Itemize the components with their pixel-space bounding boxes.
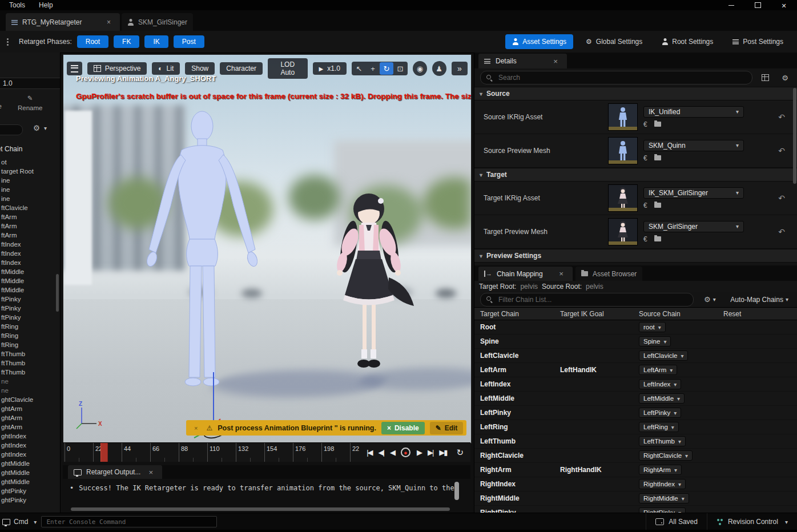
- play-button[interactable]: ▶: [417, 448, 421, 457]
- playback-speed-button[interactable]: ▶ x1.0: [313, 62, 347, 75]
- select-tool-button[interactable]: ↖: [352, 62, 366, 75]
- details-settings-button[interactable]: ⚙: [778, 73, 792, 83]
- console-type-dropdown[interactable]: Cmd: [2, 518, 37, 526]
- viewport[interactable]: Z X Perspective ◐ Lit Show Character LOD…: [63, 54, 472, 444]
- chain-list-item[interactable]: ftArm: [0, 231, 56, 240]
- mannequin-thumbnail[interactable]: [608, 137, 638, 164]
- reset-to-default-button[interactable]: ↶: [775, 193, 788, 203]
- output-vertical-scrollbar[interactable]: [454, 482, 459, 500]
- source-chain-dropdown[interactable]: RightClavicle: [639, 450, 693, 461]
- source-chain-dropdown[interactable]: LeftPinky: [639, 408, 681, 418]
- edit-button[interactable]: ✎ Edit: [430, 422, 464, 434]
- source-chain-dropdown[interactable]: RightIndex: [639, 479, 686, 489]
- chain-search-field[interactable]: [0, 124, 23, 135]
- source-chain-dropdown[interactable]: RightArm: [639, 465, 682, 475]
- step-forward-button[interactable]: ▶|: [428, 448, 433, 457]
- global-settings-button[interactable]: ⚙ Global Settings: [579, 34, 649, 49]
- go-to-start-button[interactable]: |◀: [367, 448, 372, 457]
- chain-list-item[interactable]: ftPinky: [0, 304, 56, 313]
- chain-list-item[interactable]: ghtArm: [0, 422, 56, 432]
- character-dropdown[interactable]: Character: [220, 62, 263, 75]
- target-ikrig-dropdown[interactable]: IK_SKM_GirlSinger: [643, 187, 744, 199]
- chain-list-item[interactable]: ghtArm: [0, 413, 56, 422]
- chain-list-item[interactable]: target Root: [0, 167, 56, 176]
- timeline-tick[interactable]: 132: [236, 443, 264, 462]
- chain-list-item[interactable]: ine: [0, 185, 56, 194]
- menu-help[interactable]: Help: [39, 1, 53, 9]
- chain-filter-input[interactable]: [497, 295, 687, 304]
- details-tab[interactable]: Details ×: [478, 54, 567, 68]
- source-chain-dropdown[interactable]: root: [639, 322, 666, 332]
- chain-list-item[interactable]: ghtClavicle: [0, 395, 56, 404]
- timeline-scrubber[interactable]: [100, 443, 108, 462]
- source-chain-dropdown[interactable]: LeftArm: [639, 365, 677, 375]
- all-saved-button[interactable]: All Saved: [646, 513, 707, 530]
- chain-row[interactable]: RightMiddle RightMiddle: [474, 491, 797, 506]
- chain-row[interactable]: RightArm RightHandIK RightArm: [474, 463, 797, 477]
- chain-mapping-tab[interactable]: → Chain Mapping ×: [478, 267, 573, 281]
- expand-toolbar-button[interactable]: »: [452, 62, 468, 75]
- chain-filter-box[interactable]: [480, 293, 694, 307]
- chain-value-field[interactable]: 1.0: [0, 78, 61, 89]
- chain-list-item[interactable]: ftRing: [0, 340, 56, 349]
- timeline-tick[interactable]: 0: [65, 443, 93, 462]
- source-preview-mesh-dropdown[interactable]: SKM_Quinn: [643, 140, 744, 151]
- perspective-dropdown[interactable]: Perspective: [87, 62, 147, 75]
- loop-button[interactable]: ↻: [453, 447, 467, 458]
- lit-mode-dropdown[interactable]: ◐ Lit: [152, 62, 180, 75]
- reset-to-default-button[interactable]: ↶: [775, 112, 788, 122]
- output-tab-close-button[interactable]: ×: [145, 467, 156, 477]
- browse-to-asset-button[interactable]: [654, 236, 661, 241]
- use-selected-asset-button[interactable]: €: [643, 201, 647, 209]
- phase-button[interactable]: IK: [144, 35, 168, 48]
- chain-list-item[interactable]: ftArm: [0, 221, 56, 231]
- chain-list-item[interactable]: ftRing: [0, 331, 56, 340]
- menu-tools[interactable]: Tools: [9, 1, 25, 9]
- browse-to-asset-button[interactable]: [654, 155, 661, 160]
- chain-row[interactable]: LeftIndex LeftIndex: [474, 377, 797, 392]
- chain-list-item[interactable]: ftMiddle: [0, 276, 56, 285]
- source-chain-dropdown[interactable]: LeftRing: [639, 422, 679, 432]
- go-to-end-button[interactable]: ▶▮: [439, 448, 446, 457]
- source-chain-dropdown[interactable]: LeftMiddle: [639, 393, 685, 404]
- chain-list-item[interactable]: ghtArm: [0, 404, 56, 413]
- reset-to-default-button[interactable]: ↶: [775, 227, 788, 237]
- scale-tool-button[interactable]: ⊡: [393, 62, 407, 75]
- details-view-options-button[interactable]: [758, 74, 772, 82]
- chain-list-item[interactable]: ftThumb: [0, 349, 56, 358]
- play-reverse-button[interactable]: ◀: [390, 448, 395, 457]
- details-search-box[interactable]: [480, 71, 752, 84]
- browse-to-asset-button[interactable]: [654, 203, 661, 208]
- chain-list-item[interactable]: ftMiddle: [0, 285, 56, 295]
- timeline[interactable]: 022446688110132154176198220 |◀ ◀| ◀ ● ▶ …: [63, 442, 470, 462]
- chain-list-item[interactable]: ghtPinky: [0, 486, 56, 495]
- source-chain-dropdown[interactable]: LeftIndex: [639, 379, 681, 389]
- source-chain-dropdown[interactable]: RightMiddle: [639, 493, 689, 503]
- step-back-button[interactable]: ◀|: [379, 448, 384, 457]
- chain-list-item[interactable]: ftThumb: [0, 358, 56, 368]
- chain-mapping-settings-button[interactable]: ⚙: [701, 295, 719, 304]
- chain-list-item[interactable]: ne: [0, 377, 56, 386]
- preview-settings-header[interactable]: ▾ Preview Settings: [474, 249, 797, 263]
- root-settings-button[interactable]: Root Settings: [655, 34, 720, 49]
- sidebar-scrollbar[interactable]: [56, 274, 59, 312]
- chain-list-item[interactable]: ftMiddle: [0, 267, 56, 276]
- chain-list-item[interactable]: ghtMiddle: [0, 459, 56, 468]
- column-source-chain[interactable]: Source Chain: [639, 310, 723, 318]
- asset-browser-tab[interactable]: Asset Browser: [575, 267, 642, 281]
- phase-button[interactable]: Root: [77, 35, 108, 48]
- timeline-tick[interactable]: 88: [179, 443, 207, 462]
- chain-row[interactable]: LeftRing LeftRing: [474, 420, 797, 434]
- chain-list-item[interactable]: ftArm: [0, 212, 56, 221]
- reset-to-default-button[interactable]: ↶: [775, 146, 788, 156]
- chain-row[interactable]: Root root: [474, 320, 797, 334]
- timeline-tick[interactable]: 198: [321, 443, 350, 462]
- chain-list-item[interactable]: ghtMiddle: [0, 468, 56, 477]
- chain-list-item[interactable]: ine: [0, 176, 56, 185]
- girl-thumbnail[interactable]: [608, 218, 638, 245]
- use-selected-asset-button[interactable]: €: [643, 235, 647, 243]
- girl-thumbnail[interactable]: [608, 184, 638, 212]
- phase-button[interactable]: Post: [174, 35, 204, 48]
- chain-row[interactable]: RightClavicle RightClavicle: [474, 449, 797, 463]
- minimize-button[interactable]: [718, 0, 744, 10]
